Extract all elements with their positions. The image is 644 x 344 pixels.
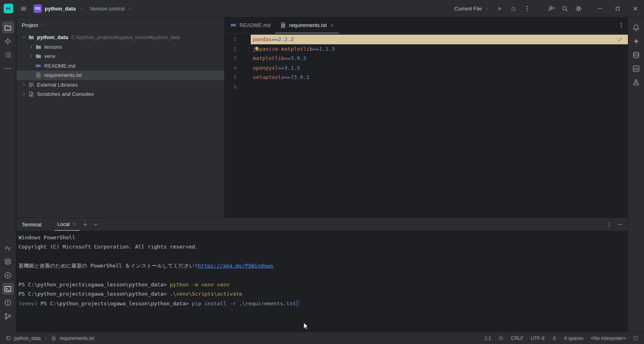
titlebar: PC PD python_data Version control Curren… bbox=[0, 0, 644, 17]
sci-view-tool-icon[interactable] bbox=[630, 62, 642, 75]
terminal-tool-icon[interactable] bbox=[2, 283, 14, 295]
services-tool-icon[interactable] bbox=[2, 269, 14, 281]
tree-item-label: Scratches and Consoles bbox=[37, 91, 94, 97]
tree-item-python-data[interactable]: python_dataC:¥python_projects¥ogawa_less… bbox=[17, 33, 224, 42]
line-separator[interactable]: CRLF bbox=[511, 336, 523, 341]
chevron-down-icon bbox=[78, 6, 83, 11]
chevron-down-icon[interactable] bbox=[21, 35, 27, 40]
chevron-right-icon[interactable] bbox=[28, 54, 35, 59]
tool-window-layout-icon[interactable] bbox=[6, 336, 11, 341]
python-interpreter[interactable]: <No interpreter> bbox=[591, 336, 626, 341]
chevron-right-icon[interactable] bbox=[28, 44, 35, 50]
folder-icon bbox=[35, 53, 42, 59]
commit-tool-icon[interactable] bbox=[2, 35, 14, 47]
tab-readme[interactable]: M README.md bbox=[226, 17, 275, 33]
code-line[interactable]: setuptools==73.0.1 bbox=[251, 73, 628, 82]
terminal-line: PS C:\python_projects\ogawa_lesson\pytho… bbox=[19, 289, 628, 298]
project-widget[interactable]: PD python_data bbox=[30, 3, 87, 15]
highlighting-level-icon[interactable] bbox=[498, 336, 504, 341]
breadcrumb-file[interactable]: requirements.txt bbox=[60, 336, 94, 341]
terminal-output[interactable]: Windows PowerShellCopyright (C) Microsof… bbox=[17, 231, 628, 308]
main-menu-button[interactable] bbox=[17, 2, 29, 15]
indent-style[interactable]: 4 spaces bbox=[564, 336, 584, 341]
python-console-tool-icon[interactable]: Py bbox=[2, 242, 14, 254]
text-file-icon bbox=[51, 336, 56, 341]
search-everywhere-button[interactable] bbox=[559, 2, 571, 15]
inspection-ok-icon[interactable] bbox=[617, 36, 623, 43]
terminal-text: PS C:\python_projects\ogawa_lesson\pytho… bbox=[19, 282, 170, 288]
chevron-right-icon[interactable] bbox=[21, 91, 27, 97]
vcs-widget[interactable]: Version control bbox=[87, 4, 135, 13]
close-button[interactable] bbox=[626, 0, 644, 17]
tree-item-external-libraries[interactable]: External Libraries bbox=[17, 80, 224, 90]
gutter-line-number: 4 bbox=[224, 63, 251, 73]
debug-button[interactable] bbox=[507, 2, 519, 15]
minimize-button[interactable] bbox=[591, 0, 609, 17]
project-panel-header[interactable]: Project bbox=[17, 17, 224, 33]
markdown-file-icon: M bbox=[231, 22, 237, 28]
code-line[interactable]: japanize-matplotlib==1.1.3 bbox=[251, 44, 628, 54]
caret-position[interactable]: 1:1 bbox=[485, 336, 491, 341]
hide-terminal-button[interactable] bbox=[614, 218, 625, 231]
close-terminal-tab-icon[interactable] bbox=[72, 222, 77, 226]
terminal-tab-local[interactable]: Local bbox=[54, 218, 80, 231]
terminal-panel-title[interactable]: Terminal bbox=[22, 218, 41, 231]
text-file-icon bbox=[280, 22, 286, 28]
close-tab-icon[interactable] bbox=[330, 23, 334, 27]
code-line[interactable]: openpyxl==3.1.5 bbox=[251, 63, 628, 73]
tree-item-label: requirements.txt bbox=[44, 72, 82, 78]
chevron-right-icon[interactable] bbox=[21, 82, 27, 87]
notifications-bell-icon[interactable] bbox=[630, 21, 642, 33]
structure-tool-icon[interactable] bbox=[2, 49, 14, 61]
settings-gear-icon[interactable] bbox=[572, 2, 584, 15]
code-token: matplotlib bbox=[253, 55, 284, 61]
tab-label: requirements.txt bbox=[289, 22, 326, 28]
folder-icon bbox=[35, 44, 42, 50]
maximize-button[interactable] bbox=[609, 0, 626, 17]
run-config-selector[interactable]: Current File bbox=[451, 4, 493, 13]
gutter-line-number: 3 bbox=[224, 54, 251, 63]
more-actions-button[interactable] bbox=[521, 2, 533, 15]
gutter-line-number: 5 bbox=[224, 73, 251, 82]
editor-options-button[interactable] bbox=[615, 19, 627, 31]
terminal-options-button[interactable] bbox=[604, 218, 614, 231]
tree-item-requirements-txt[interactable]: requirements.txt bbox=[17, 70, 224, 80]
file-encoding[interactable]: UTF-8 bbox=[531, 336, 545, 341]
intention-bulb-icon[interactable] bbox=[254, 46, 260, 52]
terminal-text: Copyright (C) Microsoft Corporation. All… bbox=[19, 244, 198, 250]
run-button[interactable] bbox=[493, 2, 506, 15]
python-packages-tool-icon[interactable] bbox=[2, 255, 14, 267]
new-terminal-button[interactable] bbox=[80, 218, 90, 231]
editor-code[interactable]: pandas==2.2.2japanize-matplotlib==1.1.3m… bbox=[251, 35, 628, 218]
terminal-link[interactable]: https://aka.ms/PSWindows bbox=[198, 263, 273, 269]
more-tools-icon[interactable] bbox=[2, 62, 14, 75]
tree-item-lessons[interactable]: lessons bbox=[17, 42, 224, 52]
project-tool-icon[interactable] bbox=[2, 21, 14, 33]
code-line[interactable]: matplotlib==3.9.2 bbox=[251, 54, 628, 63]
code-line[interactable] bbox=[251, 82, 628, 92]
tree-item-scratches-and-consoles[interactable]: Scratches and Consoles bbox=[17, 89, 224, 99]
shield-icon[interactable] bbox=[633, 336, 638, 341]
chevron-down-icon bbox=[127, 6, 132, 11]
lock-icon[interactable] bbox=[552, 336, 557, 341]
breadcrumb-project[interactable]: python_data bbox=[14, 336, 41, 341]
chevron-down-icon bbox=[40, 23, 45, 27]
problems-tool-icon[interactable] bbox=[2, 296, 14, 309]
code-with-me-button[interactable] bbox=[545, 2, 557, 15]
tab-requirements[interactable]: requirements.txt bbox=[275, 17, 339, 33]
terminal-text: .\venv\Scripts\activate bbox=[170, 291, 242, 297]
project-panel: Project python_dataC:¥python_projects¥og… bbox=[17, 17, 224, 218]
plugins-tool-icon[interactable] bbox=[630, 76, 642, 88]
project-widget-name: python_data bbox=[45, 6, 76, 12]
status-bar: python_data requirements.txt 1:1 CRLF UT… bbox=[0, 332, 644, 344]
tree-item-readme-md[interactable]: MREADME.md bbox=[17, 61, 224, 71]
left-strip-bottom: Py bbox=[0, 240, 16, 332]
ai-assistant-icon[interactable] bbox=[630, 35, 642, 47]
code-line[interactable]: pandas==2.2.2 bbox=[251, 35, 628, 44]
scratch-icon bbox=[27, 91, 35, 97]
terminal-dropdown-icon[interactable] bbox=[90, 218, 101, 231]
version-control-tool-icon[interactable] bbox=[2, 310, 14, 322]
tree-item-venv[interactable]: venv bbox=[17, 52, 224, 61]
run-config-label: Current File bbox=[454, 6, 482, 12]
database-tool-icon[interactable] bbox=[630, 49, 642, 61]
